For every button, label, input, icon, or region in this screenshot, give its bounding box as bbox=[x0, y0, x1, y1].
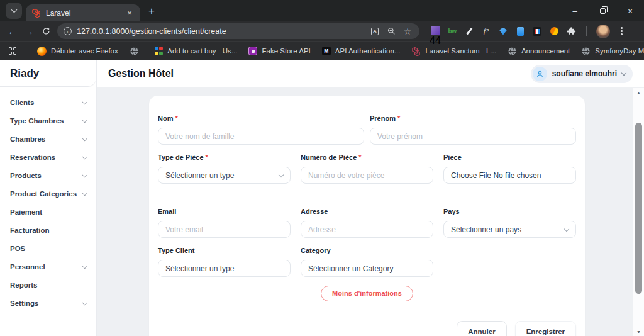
chevron-down-icon bbox=[82, 172, 87, 177]
sidebar-item-pos[interactable]: POS bbox=[0, 239, 96, 257]
bookmark-item[interactable]: Débuter avec Firefox bbox=[33, 45, 123, 58]
restore-button[interactable] bbox=[589, 0, 616, 21]
chevron-down-icon bbox=[279, 172, 284, 177]
translate-icon[interactable]: A bbox=[369, 26, 380, 37]
sidebar-item-reports[interactable]: Reports bbox=[0, 276, 96, 294]
toggle-info-button[interactable]: Moins d'informations bbox=[321, 286, 413, 301]
forward-button[interactable]: → bbox=[21, 23, 38, 40]
back-button[interactable]: ← bbox=[4, 23, 21, 40]
chevron-down-icon bbox=[82, 118, 87, 123]
toolbar-divider bbox=[586, 26, 587, 36]
chevron-down-icon bbox=[621, 70, 626, 76]
field-type-piece: Type de Pièce* Sélectionner un type bbox=[158, 154, 291, 184]
globe-icon bbox=[508, 47, 517, 56]
sidebar-item-paiement[interactable]: Paiement bbox=[0, 203, 96, 221]
sidebar-item-clients[interactable]: Clients bbox=[0, 93, 96, 111]
cart-icon bbox=[155, 47, 164, 55]
chevron-down-icon bbox=[82, 300, 87, 305]
bookmark-item[interactable]: Announcement bbox=[503, 45, 574, 58]
reload-icon bbox=[42, 27, 50, 35]
globe-icon bbox=[581, 47, 591, 56]
new-tab-button[interactable]: + bbox=[148, 6, 155, 16]
field-pays: Pays Sélectionner un pays bbox=[443, 208, 576, 238]
window-controls: – × bbox=[561, 0, 644, 21]
category-select[interactable]: Sélectionner un Category bbox=[301, 260, 433, 277]
field-label: Numéro de Pièce* bbox=[301, 154, 433, 161]
form-divider bbox=[158, 311, 576, 311]
site-info-icon[interactable]: i bbox=[64, 27, 72, 35]
scrollbar-thumb[interactable] bbox=[635, 123, 642, 294]
content-area: Nom* Prénom* Type de Pièce* Sélectionner… bbox=[97, 87, 644, 336]
tab-title: Laravel bbox=[46, 9, 119, 18]
field-label: Prénom* bbox=[370, 115, 576, 122]
adresse-input[interactable] bbox=[301, 221, 433, 238]
field-label: Pays bbox=[443, 208, 576, 215]
sidebar-item-facturation[interactable]: Facturation bbox=[0, 221, 96, 239]
email-input[interactable] bbox=[158, 221, 291, 238]
scroll-down-icon[interactable]: ▼ bbox=[633, 330, 644, 334]
chevron-down-icon bbox=[82, 136, 87, 141]
sidebar-item-type-chambres[interactable]: Type Chambres bbox=[0, 111, 96, 130]
extension-font-icon[interactable]: f? bbox=[480, 26, 492, 37]
sidebar-item-settings[interactable]: Settings bbox=[0, 294, 96, 312]
extension-media-icon[interactable] bbox=[531, 26, 543, 37]
save-button[interactable]: Enregistrer bbox=[515, 321, 576, 336]
bookmark-item[interactable]: SymfonyDay Montr... bbox=[577, 45, 644, 58]
field-adresse: Adresse bbox=[301, 208, 433, 238]
sidebar-nav: Clients Type Chambres Chambres Reservati… bbox=[0, 87, 96, 312]
extension-page-icon[interactable] bbox=[514, 26, 526, 37]
bookmark-item[interactable]: Laravel Sanctum - L... bbox=[407, 45, 501, 58]
url-text[interactable]: 127.0.0.1:8000/gestion-clients/client/cr… bbox=[77, 27, 364, 36]
scrollbar[interactable]: ▲ ▼ bbox=[633, 88, 644, 336]
scroll-up-icon[interactable]: ▲ bbox=[633, 91, 644, 95]
bookmark-item[interactable]: Add to cart buy - Us... bbox=[150, 45, 242, 57]
chevron-down-icon bbox=[82, 191, 87, 196]
extension-bw-icon[interactable]: bw bbox=[447, 26, 458, 37]
sidebar-item-product-categories[interactable]: Product Categories bbox=[0, 184, 96, 203]
field-label: Nom* bbox=[158, 115, 364, 122]
browser-tab-laravel[interactable]: Laravel × bbox=[26, 4, 140, 21]
brand-logo[interactable]: Riady bbox=[0, 60, 96, 87]
bookmark-star-icon[interactable]: ☆ bbox=[402, 26, 413, 37]
bookmark-item[interactable]: Fake Store API bbox=[244, 45, 314, 57]
chevron-down-icon bbox=[564, 226, 569, 231]
cancel-button[interactable]: Annuler bbox=[457, 321, 506, 336]
tab-search-button[interactable] bbox=[6, 3, 22, 19]
field-email: Email bbox=[158, 208, 291, 238]
extension-ball-icon[interactable] bbox=[548, 26, 560, 37]
color-picker-pen-icon[interactable] bbox=[464, 26, 475, 37]
numero-piece-input[interactable] bbox=[301, 167, 433, 184]
chevron-down-icon bbox=[11, 7, 17, 13]
profile-avatar[interactable] bbox=[596, 25, 610, 38]
mk-icon: M bbox=[322, 47, 331, 55]
type-client-select[interactable]: Sélectionner un type bbox=[158, 260, 291, 277]
sidebar-item-reservations[interactable]: Reservations bbox=[0, 148, 96, 166]
bookmark-item[interactable]: MAPI Authentication... bbox=[318, 45, 405, 57]
piece-file-input[interactable]: Choose File No file chosen bbox=[443, 167, 576, 184]
apps-grid-icon[interactable] bbox=[6, 45, 19, 57]
zoom-search-icon[interactable] bbox=[386, 26, 397, 37]
extension-gem-icon[interactable] bbox=[497, 26, 509, 37]
sidebar-item-chambres[interactable]: Chambres bbox=[0, 130, 96, 148]
field-type-client: Type Client Sélectionner un type bbox=[158, 247, 291, 277]
extensions-puzzle-icon[interactable] bbox=[565, 26, 577, 37]
reload-button[interactable] bbox=[38, 23, 55, 40]
sidebar-item-personnel[interactable]: Personnel bbox=[0, 257, 96, 276]
extension-badge-44-icon[interactable]: 44 bbox=[430, 26, 441, 37]
close-button[interactable]: × bbox=[616, 0, 644, 21]
browser-menu-icon[interactable] bbox=[616, 25, 628, 38]
prenom-input[interactable] bbox=[370, 128, 576, 145]
type-piece-select[interactable]: Sélectionner un type bbox=[158, 167, 291, 184]
bookmark-item[interactable] bbox=[125, 45, 148, 58]
chevron-down-icon bbox=[82, 99, 87, 104]
pays-select[interactable]: Sélectionner un pays bbox=[443, 221, 576, 238]
bookmarks-bar: Débuter avec Firefox Add to cart buy - U… bbox=[0, 41, 644, 60]
user-menu[interactable]: soufiane elmouhri bbox=[531, 65, 633, 83]
app-window: Riady Clients Type Chambres Chambres Res… bbox=[0, 60, 644, 336]
minimize-button[interactable]: – bbox=[561, 0, 589, 21]
address-bar[interactable]: i 127.0.0.1:8000/gestion-clients/client/… bbox=[57, 23, 419, 39]
avatar bbox=[533, 67, 547, 81]
sidebar-item-products[interactable]: Products bbox=[0, 166, 96, 184]
tab-close-icon[interactable]: × bbox=[125, 8, 135, 18]
nom-input[interactable] bbox=[158, 128, 364, 145]
